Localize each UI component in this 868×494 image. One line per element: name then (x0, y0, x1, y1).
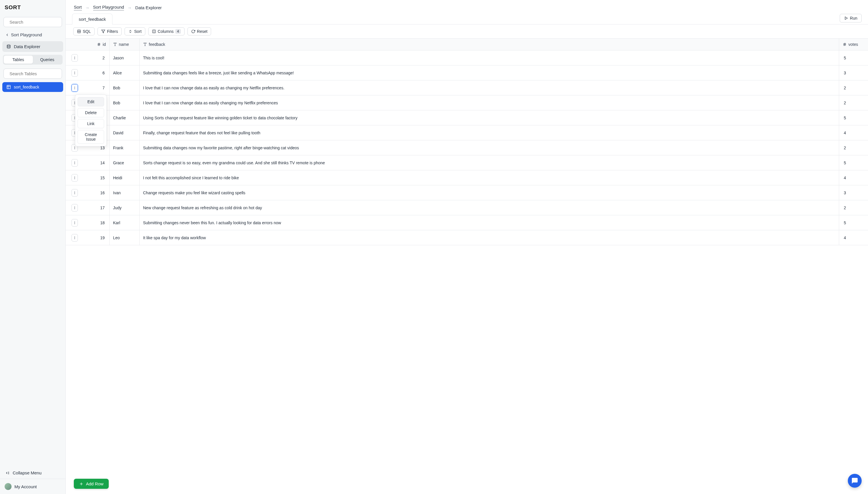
cell-id[interactable]: 16 (84, 185, 110, 200)
cell-feedback[interactable]: I love that I can now change data as eas… (140, 95, 839, 110)
cell-votes[interactable]: 2 (839, 95, 868, 110)
cell-feedback[interactable]: Using Sorts change request feature like … (140, 110, 839, 125)
col-id[interactable]: id (84, 39, 110, 50)
global-search[interactable] (3, 17, 62, 27)
cell-votes[interactable]: 2 (839, 80, 868, 95)
cell-votes[interactable]: 3 (839, 65, 868, 80)
search-input[interactable] (10, 20, 64, 24)
cell-id[interactable]: 15 (84, 170, 110, 185)
svg-text:SORT: SORT (5, 4, 21, 11)
cell-id[interactable]: 2 (84, 51, 110, 65)
sort-button[interactable]: Sort (125, 27, 145, 35)
chevron-left-icon (5, 33, 9, 37)
col-votes[interactable]: votes (839, 39, 868, 50)
cell-votes[interactable]: 4 (839, 170, 868, 185)
cell-feedback[interactable]: Finally, change request feature that doe… (140, 126, 839, 140)
cell-id[interactable]: 7 (84, 80, 110, 95)
tables-search[interactable] (3, 69, 62, 79)
row-menu-button[interactable] (72, 69, 78, 77)
menu-create-issue[interactable]: Create Issue (78, 130, 104, 144)
collapse-menu[interactable]: Collapse Menu (0, 467, 66, 479)
sql-button[interactable]: SQL (73, 27, 95, 35)
col-feedback[interactable]: feedback (140, 39, 839, 50)
cell-feedback[interactable]: Submitting data changes now my favorite … (140, 140, 839, 155)
cell-votes[interactable]: 4 (839, 126, 868, 140)
cell-name[interactable]: Grace (110, 155, 140, 170)
cell-name[interactable]: Bob (110, 95, 140, 110)
cell-name[interactable]: Judy (110, 200, 140, 215)
tab-sort-feedback[interactable]: sort_feedback (72, 14, 112, 24)
cell-name[interactable]: Ivan (110, 185, 140, 200)
row-menu-button[interactable] (72, 84, 78, 92)
row-menu-button[interactable] (72, 219, 78, 227)
cell-id[interactable]: 19 (84, 230, 110, 245)
cell-name[interactable]: Leo (110, 230, 140, 245)
menu-link[interactable]: Link (78, 119, 104, 128)
cell-name[interactable]: Frank (110, 140, 140, 155)
cell-name[interactable]: Karl (110, 215, 140, 230)
crumb-playground[interactable]: Sort Playground (93, 5, 124, 11)
add-row-button[interactable]: Add Row (74, 479, 109, 489)
more-vertical-icon (73, 191, 76, 195)
reset-button[interactable]: Reset (187, 27, 211, 35)
svg-point-65 (74, 236, 75, 237)
row-menu-button[interactable] (72, 189, 78, 196)
more-vertical-icon (73, 160, 76, 165)
cell-feedback[interactable]: I not felt this accomplished since I lea… (140, 170, 839, 185)
cell-votes[interactable]: 5 (839, 51, 868, 65)
cell-name[interactable]: Jason (110, 51, 140, 65)
svg-point-60 (74, 208, 75, 208)
cell-feedback[interactable]: New change request feature as refreshing… (140, 200, 839, 215)
row-menu-button[interactable] (72, 204, 78, 212)
logo[interactable]: SORT (0, 0, 66, 15)
row-menu-button[interactable] (72, 234, 78, 242)
cell-feedback[interactable]: It like spa day for my data workflow (140, 230, 839, 245)
cell-votes[interactable]: 5 (839, 215, 868, 230)
cell-feedback[interactable]: This is cool! (140, 51, 839, 65)
cell-feedback[interactable]: Sorts change request is so easy, even my… (140, 155, 839, 170)
svg-point-64 (74, 223, 75, 224)
tables-search-input[interactable] (10, 71, 64, 76)
cell-name[interactable]: Charlie (110, 110, 140, 125)
cell-id[interactable]: 14 (84, 155, 110, 170)
cell-id[interactable]: 18 (84, 215, 110, 230)
cell-name[interactable]: Bob (110, 80, 140, 95)
cell-feedback[interactable]: I love that I can now change data as eas… (140, 80, 839, 95)
cell-votes[interactable]: 4 (839, 230, 868, 245)
cell-feedback[interactable]: Submitting data changes feels like a bre… (140, 65, 839, 80)
segment-queries[interactable]: Queries (33, 56, 62, 64)
cell-feedback[interactable]: Change requests make you feel like wizar… (140, 185, 839, 200)
row-menu-button[interactable] (72, 159, 78, 167)
table-item-sort-feedback[interactable]: sort_feedback (2, 82, 63, 92)
crumb-sort[interactable]: Sort (74, 5, 82, 11)
svg-point-3 (7, 45, 11, 46)
svg-point-51 (74, 163, 75, 163)
segment-tables[interactable]: Tables (4, 56, 33, 64)
cell-votes[interactable]: 2 (839, 200, 868, 215)
crumb-data-explorer[interactable]: Data Explorer (135, 5, 162, 10)
menu-edit[interactable]: Edit (78, 97, 104, 106)
menu-delete[interactable]: Delete (78, 108, 104, 117)
chat-fab[interactable] (848, 474, 862, 488)
table-row: Edit Delete Link Create Issue 7 Bob I lo… (66, 80, 868, 95)
cell-id[interactable]: 6 (84, 65, 110, 80)
col-name[interactable]: name (110, 39, 140, 50)
row-menu-button[interactable] (72, 54, 78, 62)
cell-name[interactable]: Alice (110, 65, 140, 80)
cell-votes[interactable]: 2 (839, 140, 868, 155)
cell-votes[interactable]: 5 (839, 110, 868, 125)
row-menu-button[interactable] (72, 174, 78, 182)
filters-button[interactable]: Filters (97, 27, 122, 35)
cell-name[interactable]: Heidi (110, 170, 140, 185)
add-row-label: Add Row (86, 481, 104, 486)
back-link[interactable]: Sort Playground (0, 30, 66, 40)
cell-feedback[interactable]: Submitting changes never been this fun. … (140, 215, 839, 230)
columns-button[interactable]: Columns 4 (148, 27, 185, 35)
cell-id[interactable]: 17 (84, 200, 110, 215)
my-account[interactable]: My Account (0, 479, 66, 494)
cell-votes[interactable]: 5 (839, 155, 868, 170)
run-button[interactable]: Run (840, 14, 862, 22)
cell-votes[interactable]: 3 (839, 185, 868, 200)
cell-name[interactable]: David (110, 126, 140, 140)
nav-data-explorer[interactable]: Data Explorer (2, 41, 63, 52)
